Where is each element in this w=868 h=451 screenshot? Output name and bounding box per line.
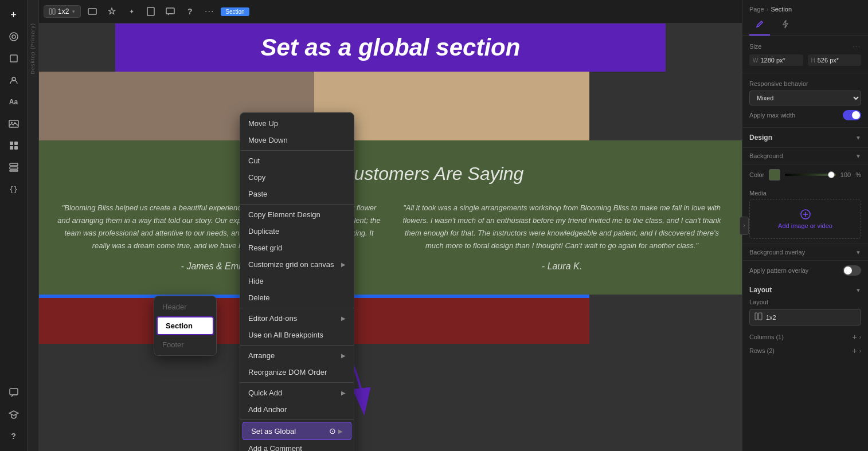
blocks-icon[interactable] xyxy=(5,158,23,177)
tab-design[interactable] xyxy=(749,16,770,36)
rows-add-btn[interactable]: + xyxy=(852,346,857,355)
menu-item-use-all-breakpoints[interactable]: Use on All Breakpoints xyxy=(240,327,354,343)
size-more-btn[interactable]: ··· xyxy=(853,43,861,50)
people-icon[interactable] xyxy=(5,71,23,89)
question-icon[interactable]: ? xyxy=(182,3,198,19)
size-row: W 1280 px* H 526 px* xyxy=(749,54,861,66)
help-icon[interactable]: ? xyxy=(5,427,23,445)
image-icon[interactable] xyxy=(5,115,23,133)
breadcrumb-parent: Page xyxy=(749,6,764,13)
submenu-item-section[interactable]: Section xyxy=(157,316,214,335)
menu-separator-5 xyxy=(240,382,354,383)
svg-rect-16 xyxy=(88,9,96,14)
width-field[interactable]: W 1280 px* xyxy=(749,54,803,66)
size-section: Size ··· W 1280 px* H 526 px* xyxy=(742,36,868,73)
menu-item-copy[interactable]: Copy xyxy=(240,169,354,186)
menu-separator-1 xyxy=(240,150,354,151)
pattern-overlay-row: Apply pattern overlay xyxy=(742,260,868,280)
menu-item-delete[interactable]: Delete xyxy=(240,289,354,306)
academy-icon[interactable] xyxy=(5,405,23,423)
svg-rect-17 xyxy=(147,7,154,15)
svg-rect-18 xyxy=(166,8,174,14)
width-value: 1280 px* xyxy=(760,57,785,64)
responsive-select[interactable]: Mixed Fixed Fluid xyxy=(749,91,861,105)
apply-max-width-toggle[interactable] xyxy=(843,110,861,120)
menu-item-move-up[interactable]: Move Up xyxy=(240,115,354,132)
add-media-btn[interactable]: Add image or video xyxy=(749,199,861,239)
menu-item-reset-grid[interactable]: Reset grid xyxy=(240,240,354,256)
columns-label: Columns (1) xyxy=(749,334,784,340)
submenu-item-footer[interactable]: Footer xyxy=(154,336,216,353)
columns-add-btn[interactable]: + xyxy=(852,332,857,342)
svg-rect-10 xyxy=(10,163,18,166)
menu-item-paste[interactable]: Paste xyxy=(240,186,354,202)
columns-row: Columns (1) + › xyxy=(742,330,868,344)
more-icon[interactable]: ··· xyxy=(201,3,217,19)
menu-separator-4 xyxy=(240,345,354,346)
overlay-chevron[interactable]: ▼ xyxy=(855,249,861,256)
submenu-item-header[interactable]: Header xyxy=(154,299,216,315)
layout-select[interactable]: 1x2 ▼ xyxy=(44,5,81,18)
design-chevron[interactable]: ▼ xyxy=(855,135,861,141)
background-chevron[interactable]: ▼ xyxy=(855,153,861,159)
menu-item-set-as-global[interactable]: Set as Global ⊙ ▶ xyxy=(243,422,351,440)
menu-item-add-anchor[interactable]: Add Anchor xyxy=(240,401,354,418)
height-value: 526 px* xyxy=(818,57,839,64)
layout-chevron[interactable]: ▼ xyxy=(855,287,861,293)
background-row[interactable]: Background ▼ xyxy=(742,148,868,164)
layout-title: Layout xyxy=(749,286,772,294)
tab-actions[interactable] xyxy=(775,16,795,36)
color-swatch[interactable] xyxy=(769,169,780,181)
menu-item-reorganize-dom[interactable]: Reorganize DOM Order xyxy=(240,364,354,381)
columns-expand-btn[interactable]: › xyxy=(859,334,861,340)
menu-item-copy-element-design[interactable]: Copy Element Design xyxy=(240,206,354,223)
expand-panel-btn[interactable]: › xyxy=(740,217,749,235)
svg-rect-12 xyxy=(10,170,18,171)
menu-item-customize-grid[interactable]: Customize grid on canvas▶ xyxy=(240,256,354,273)
tablet-icon[interactable] xyxy=(143,3,159,19)
add-icon[interactable]: + xyxy=(5,6,23,24)
responsive-label: Responsive behavior xyxy=(749,80,861,87)
rows-expand-btn[interactable]: › xyxy=(859,348,861,354)
size-label: Size xyxy=(749,43,761,50)
testimonial-right-quote: "All it took was a single arrangements w… xyxy=(399,202,725,252)
menu-item-cut[interactable]: Cut xyxy=(240,152,354,169)
breadcrumb: Page › Section xyxy=(742,0,868,13)
testimonials-title: What Our Customers Are Saying xyxy=(56,163,725,185)
pages-icon[interactable] xyxy=(5,49,23,68)
code-icon[interactable]: {} xyxy=(5,180,23,198)
testimonial-right-author: - Laura K. xyxy=(399,261,725,272)
layout-value: 1x2 xyxy=(58,7,69,15)
menu-item-move-down[interactable]: Move Down xyxy=(240,132,354,148)
text-icon[interactable]: Aa xyxy=(5,93,23,111)
preview-icon[interactable] xyxy=(84,3,100,19)
menu-item-duplicate[interactable]: Duplicate xyxy=(240,223,354,240)
menu-item-editor-addons[interactable]: Editor Add-ons▶ xyxy=(240,310,354,327)
background-overlay-row[interactable]: Background overlay ▼ xyxy=(742,244,868,260)
menu-separator-3 xyxy=(240,308,354,308)
layout-sub-label: Layout xyxy=(742,297,868,309)
layout-select-box[interactable]: 1x2 xyxy=(749,309,861,325)
main-content: Desktop (Primary) 1x2 ▼ ✦ ? ·· xyxy=(28,0,868,451)
star-icon[interactable] xyxy=(104,3,120,19)
context-menu: Move Up Move Down Cut Copy Paste Copy El… xyxy=(240,112,354,451)
layout-chevron: ▼ xyxy=(71,9,76,14)
ai-icon[interactable]: ✦ xyxy=(123,3,139,19)
menu-item-arrange[interactable]: Arrange▶ xyxy=(240,347,354,364)
menu-item-quick-add[interactable]: Quick Add▶ xyxy=(240,385,354,401)
chat-icon[interactable] xyxy=(5,383,23,402)
height-field[interactable]: H 526 px* xyxy=(808,54,862,66)
menu-item-hide[interactable]: Hide xyxy=(240,273,354,289)
right-panel: Page › Section Size ··· W 1280 px* xyxy=(742,0,868,451)
comment-icon[interactable] xyxy=(162,3,178,19)
color-slider[interactable] xyxy=(785,174,836,176)
pattern-overlay-toggle[interactable] xyxy=(843,265,861,276)
testimonial-section: What Our Customers Are Saying "Blooming … xyxy=(39,140,742,295)
canvas-scroll[interactable]: Set as a global section What Our Custome… xyxy=(39,23,742,451)
apps-icon[interactable] xyxy=(5,136,23,155)
rows-row: Rows (2) + › xyxy=(742,344,868,358)
menu-item-add-comment[interactable]: Add a Comment xyxy=(240,440,354,451)
svg-point-1 xyxy=(12,35,15,38)
layers-icon[interactable] xyxy=(5,28,23,46)
background-overlay-label: Background overlay xyxy=(749,249,805,256)
